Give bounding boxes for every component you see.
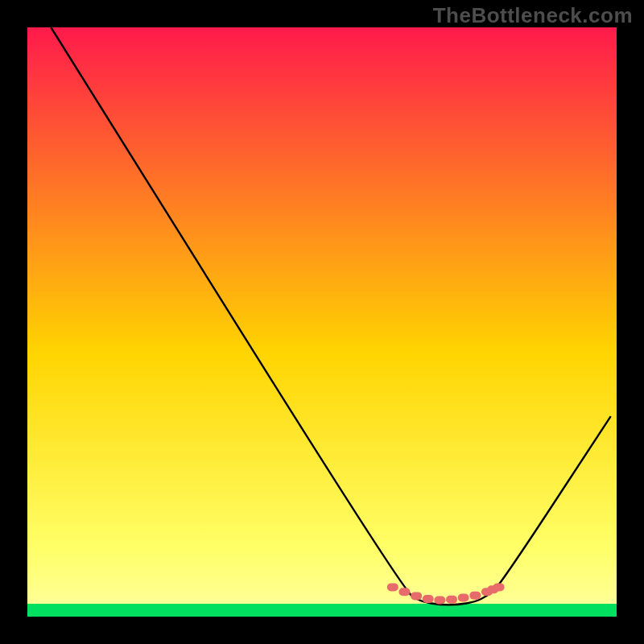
optimal-zone-dot [446, 596, 457, 604]
optimal-zone-dot [434, 597, 445, 605]
optimal-zone-dot [423, 595, 434, 603]
optimal-band [27, 604, 617, 617]
optimal-zone-dot [458, 594, 469, 602]
optimal-zone-dot [411, 592, 422, 600]
optimal-zone-dot [398, 588, 410, 596]
bottleneck-chart [0, 0, 644, 644]
watermark-text: TheBottleneck.com [433, 3, 633, 28]
gradient-background [27, 27, 617, 617]
optimal-zone-dot [469, 592, 481, 600]
chart-frame: TheBottleneck.com [0, 0, 644, 644]
optimal-zone-dot [387, 583, 398, 591]
optimal-zone-dot [493, 583, 505, 591]
